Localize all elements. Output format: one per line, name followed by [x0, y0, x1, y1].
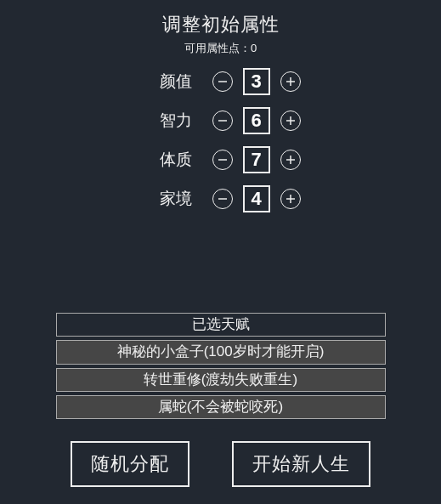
- attribute-row-charm: 颜值 3: [93, 68, 348, 95]
- decrement-button[interactable]: [212, 189, 233, 209]
- decrement-button[interactable]: [212, 71, 233, 92]
- plus-icon: [286, 155, 296, 165]
- random-button[interactable]: 随机分配: [71, 441, 189, 487]
- talents-header: 已选天赋: [56, 313, 386, 337]
- attribute-label: 家境: [141, 188, 192, 210]
- minus-icon: [218, 155, 228, 165]
- available-points-label: 可用属性点: [184, 42, 240, 54]
- minus-icon: [218, 76, 228, 87]
- talent-item[interactable]: 转世重修(渡劫失败重生): [56, 368, 386, 392]
- increment-button[interactable]: [280, 189, 301, 209]
- decrement-button[interactable]: [212, 110, 233, 131]
- attribute-value: 3: [243, 68, 270, 95]
- minus-icon: [218, 116, 228, 126]
- available-points: 可用属性点：0: [0, 41, 441, 56]
- increment-button[interactable]: [280, 110, 301, 131]
- decrement-button[interactable]: [212, 150, 233, 170]
- plus-icon: [286, 76, 296, 87]
- available-points-value: 0: [251, 42, 257, 54]
- attribute-row-money: 家境 4: [93, 185, 348, 212]
- minus-icon: [218, 194, 228, 204]
- increment-button[interactable]: [280, 150, 301, 170]
- header: 调整初始属性 可用属性点：0: [0, 0, 441, 56]
- increment-button[interactable]: [280, 71, 301, 92]
- footer: 随机分配 开始新人生: [0, 441, 441, 487]
- attributes-panel: 颜值 3 智力 6 体质 7 家境 4: [0, 68, 441, 212]
- attribute-label: 智力: [141, 110, 192, 132]
- start-button[interactable]: 开始新人生: [232, 441, 370, 487]
- talent-item[interactable]: 属蛇(不会被蛇咬死): [56, 395, 386, 419]
- attribute-row-intelligence: 智力 6: [93, 107, 348, 134]
- plus-icon: [286, 116, 296, 126]
- attribute-label: 体质: [141, 149, 192, 171]
- attribute-value: 6: [243, 107, 270, 134]
- talent-item[interactable]: 神秘的小盒子(100岁时才能开启): [56, 340, 386, 364]
- talents-panel: 已选天赋 神秘的小盒子(100岁时才能开启) 转世重修(渡劫失败重生) 属蛇(不…: [0, 313, 441, 419]
- plus-icon: [286, 194, 296, 204]
- attribute-value: 4: [243, 185, 270, 212]
- attribute-value: 7: [243, 146, 270, 173]
- page-title: 调整初始属性: [0, 12, 441, 37]
- attribute-label: 颜值: [141, 71, 192, 93]
- attribute-row-strength: 体质 7: [93, 146, 348, 173]
